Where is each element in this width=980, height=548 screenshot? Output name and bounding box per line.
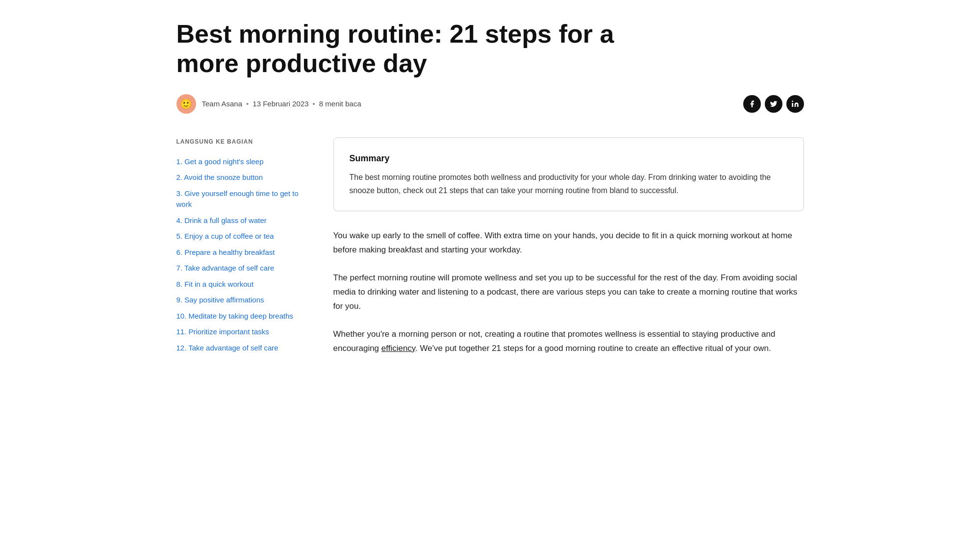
efficiency-link[interactable]: efficiency xyxy=(381,344,415,353)
content-layout: LANGSUNG KE BAGIAN 1. Get a good night's… xyxy=(176,137,804,370)
toc-link-11[interactable]: 11. Prioritize important tasks xyxy=(176,324,304,340)
toc-link-12[interactable]: 12. Take advantage of self care xyxy=(176,341,304,356)
toc-link-10[interactable]: 10. Meditate by taking deep breaths xyxy=(176,309,304,324)
linkedin-share-button[interactable] xyxy=(786,95,804,113)
social-icons xyxy=(743,95,804,113)
toc-item-11: 11. Prioritize important tasks xyxy=(176,324,304,340)
toc-item-3: 3. Give yourself enough time to get to w… xyxy=(176,186,304,212)
article-date: 13 Februari 2023 xyxy=(252,98,308,110)
toc-link-4[interactable]: 4. Drink a full glass of water xyxy=(176,213,304,228)
sidebar-label: LANGSUNG KE BAGIAN xyxy=(176,137,304,147)
meta-dot-2: • xyxy=(313,98,315,110)
toc-item-5: 5. Enjoy a cup of coffee or tea xyxy=(176,229,304,244)
paragraph3-end: . We've put together 21 steps for a good… xyxy=(415,344,771,353)
toc-link-6[interactable]: 6. Prepare a healthy breakfast xyxy=(176,245,304,260)
toc-item-4: 4. Drink a full glass of water xyxy=(176,213,304,228)
toc-link-5[interactable]: 5. Enjoy a cup of coffee or tea xyxy=(176,229,304,244)
toc-list: 1. Get a good night's sleep 2. Avoid the… xyxy=(176,154,304,356)
toc-item-6: 6. Prepare a healthy breakfast xyxy=(176,245,304,260)
author-name: Team Asana xyxy=(202,98,243,110)
toc-link-1[interactable]: 1. Get a good night's sleep xyxy=(176,154,304,170)
svg-point-0 xyxy=(792,100,793,102)
toc-item-8: 8. Fit in a quick workout xyxy=(176,277,304,292)
sidebar: LANGSUNG KE BAGIAN 1. Get a good night's… xyxy=(176,137,304,370)
summary-text: The best morning routine promotes both w… xyxy=(350,171,788,197)
article-header: Best morning routine: 21 steps for a mor… xyxy=(176,20,804,114)
article-paragraph-3: Whether you're a morning person or not, … xyxy=(333,327,804,356)
toc-item-12: 12. Take advantage of self care xyxy=(176,341,304,356)
toc-item-7: 7. Take advantage of self care xyxy=(176,261,304,276)
summary-title: Summary xyxy=(350,151,788,166)
article-body: You wake up early to the smell of coffee… xyxy=(333,229,804,355)
meta-left: 🙂 Team Asana • 13 Februari 2023 • 8 meni… xyxy=(176,94,361,114)
meta-text: Team Asana • 13 Februari 2023 • 8 menit … xyxy=(202,98,361,110)
article-paragraph-1: You wake up early to the smell of coffee… xyxy=(333,229,804,257)
toc-link-8[interactable]: 8. Fit in a quick workout xyxy=(176,277,304,292)
toc-link-3[interactable]: 3. Give yourself enough time to get to w… xyxy=(176,186,304,212)
facebook-share-button[interactable] xyxy=(743,95,761,113)
article-title: Best morning routine: 21 steps for a mor… xyxy=(176,20,618,78)
toc-item-9: 9. Say positive affirmations xyxy=(176,293,304,308)
author-avatar: 🙂 xyxy=(176,94,196,114)
meta-dot-1: • xyxy=(246,98,249,110)
toc-link-9[interactable]: 9. Say positive affirmations xyxy=(176,293,304,308)
article-paragraph-2: The perfect morning routine will promote… xyxy=(333,271,804,314)
twitter-share-button[interactable] xyxy=(765,95,782,113)
toc-item-1: 1. Get a good night's sleep xyxy=(176,154,304,170)
avatar-emoji: 🙂 xyxy=(180,96,192,112)
summary-box: Summary The best morning routine promote… xyxy=(333,137,804,212)
toc-link-7[interactable]: 7. Take advantage of self care xyxy=(176,261,304,276)
toc-link-2[interactable]: 2. Avoid the snooze button xyxy=(176,170,304,185)
toc-item-10: 10. Meditate by taking deep breaths xyxy=(176,309,304,324)
toc-item-2: 2. Avoid the snooze button xyxy=(176,170,304,185)
meta-row: 🙂 Team Asana • 13 Februari 2023 • 8 meni… xyxy=(176,94,804,114)
read-time: 8 menit baca xyxy=(319,98,361,110)
main-content: Summary The best morning routine promote… xyxy=(333,137,804,370)
